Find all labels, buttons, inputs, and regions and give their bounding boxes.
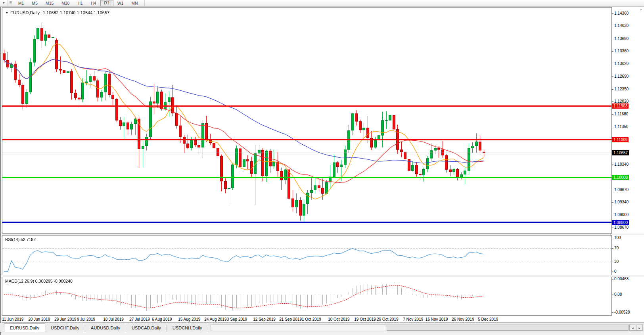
price-line-label: 1.08800 bbox=[612, 220, 629, 225]
macd-axis: 0.004630.00-0.00529 bbox=[612, 277, 644, 316]
price-tick: 1.12020 bbox=[614, 99, 629, 103]
date-tick-label: 10 Oct 2019 bbox=[328, 317, 349, 322]
date-tick-label: 20 Jun 2019 bbox=[28, 317, 50, 322]
timeframe-button-w1[interactable]: W1 bbox=[113, 0, 128, 6]
date-tick-label: 29 Oct 2019 bbox=[377, 317, 398, 322]
chart-tabs: EURUSD,DailyUSDCHF,DailyAUDUSD,DailyUSDC… bbox=[4, 324, 208, 332]
macd-tick: -0.00529 bbox=[614, 310, 630, 314]
price-tick: 1.11350 bbox=[614, 124, 628, 129]
rsi-tick: 30 bbox=[614, 259, 619, 264]
date-tick-label: 1 Oct 2019 bbox=[302, 317, 321, 322]
date-tick-label: 27 Jul 2019 bbox=[129, 317, 150, 322]
macd-tick: 0.00463 bbox=[614, 277, 629, 281]
timeframes-toolbar: ▼ M1M5M15M30H1H4D1W1MN bbox=[0, 0, 644, 7]
rsi-tick: 0 bbox=[614, 269, 617, 274]
date-tick-label: 19 Oct 2019 bbox=[354, 317, 376, 322]
chart-collapse-icon[interactable]: ▼ bbox=[6, 11, 8, 14]
scrollbar-thumb[interactable] bbox=[387, 325, 629, 331]
date-tick-label: 3 Sep 2019 bbox=[227, 317, 247, 322]
price-tick: 1.12350 bbox=[614, 87, 629, 91]
toolbar-grip-handle[interactable] bbox=[10, 1, 12, 6]
timeframe-button-d1[interactable]: D1 bbox=[100, 0, 113, 6]
date-tick-label: 26 Nov 2019 bbox=[452, 317, 474, 322]
price-tick: 1.12690 bbox=[614, 74, 629, 78]
price-axis: ▲ 1.143601.140301.136901.133601.130201.1… bbox=[612, 7, 644, 234]
dropdown-arrow-icon: ▼ bbox=[2, 2, 5, 4]
axis-scroll-arrow-icon[interactable]: ▲ bbox=[640, 8, 642, 11]
macd-indicator-pane[interactable]: MACD(12,26,9) 0.000295 -0.000240 bbox=[2, 277, 612, 316]
rsi-indicator-label: RSI(14) 52.7182 bbox=[5, 237, 36, 242]
date-tick-label: 24 Aug 2019 bbox=[204, 317, 226, 322]
macd-tick: 0.00 bbox=[614, 292, 622, 297]
date-tick-label: 6 Aug 2019 bbox=[152, 317, 172, 322]
date-tick-label: 9 Jul 2019 bbox=[77, 317, 95, 322]
price-chart-pane[interactable]: ▼EURUSD,Daily1.10682 1.10740 1.10544 1.1… bbox=[2, 7, 612, 234]
timeframe-button-h4[interactable]: H4 bbox=[87, 0, 100, 6]
price-tick: 1.11680 bbox=[614, 112, 628, 116]
candlestick-chart-canvas[interactable] bbox=[2, 8, 611, 233]
price-tick: 1.09670 bbox=[614, 188, 629, 192]
price-tick: 1.13020 bbox=[614, 61, 629, 66]
chart-header: ▼EURUSD,Daily1.10682 1.10740 1.10544 1.1… bbox=[6, 10, 109, 15]
date-tick-label: 11 Jun 2019 bbox=[2, 317, 23, 322]
price-tick: 1.09340 bbox=[614, 200, 629, 204]
chart-tab-bar: EURUSD,DailyUSDCHF,DailyAUDUSD,DailyUSDC… bbox=[0, 323, 644, 332]
date-tick-label: 16 Nov 2019 bbox=[426, 317, 448, 322]
chart-tab-audusd[interactable]: AUDUSD,Daily bbox=[85, 325, 126, 332]
price-tick: 1.14030 bbox=[614, 23, 629, 28]
price-tick: 1.09000 bbox=[614, 212, 629, 217]
date-axis: 11 Jun 201920 Jun 201929 Jun 20199 Jul 2… bbox=[2, 316, 644, 323]
macd-chart-canvas[interactable] bbox=[2, 277, 611, 315]
price-tick: 1.13360 bbox=[614, 49, 629, 53]
timeframe-buttons: M1M5M15M30H1H4D1W1MN bbox=[14, 0, 145, 6]
date-tick-label: 5 Dec 2019 bbox=[478, 317, 498, 322]
rsi-tick: 70 bbox=[614, 246, 619, 250]
price-line-label: 1.11009 bbox=[612, 137, 629, 142]
price-tick: 1.13690 bbox=[614, 36, 629, 41]
rsi-indicator-pane[interactable]: RSI(14) 52.7182 bbox=[2, 235, 612, 275]
price-line-label: 1.10008 bbox=[612, 175, 629, 180]
price-tick: 1.08670 bbox=[614, 225, 629, 230]
date-tick-label: 7 Nov 2019 bbox=[403, 317, 423, 322]
scrollbar-left-arrow[interactable]: ◄ bbox=[629, 325, 636, 331]
chart-tab-eurusd[interactable]: EURUSD,Daily bbox=[4, 324, 45, 332]
timeframe-button-m5[interactable]: M5 bbox=[28, 0, 42, 6]
rsi-axis: 10070300 bbox=[612, 235, 644, 275]
scrollbar-right-arrow[interactable]: ► bbox=[636, 325, 643, 331]
rsi-chart-canvas[interactable] bbox=[2, 235, 611, 275]
chart-list-dropdown-button[interactable]: ▼ bbox=[0, 0, 8, 6]
price-line-label: 1.10657 bbox=[612, 150, 629, 155]
timeframe-button-m1[interactable]: M1 bbox=[14, 0, 28, 6]
date-tick-label: 12 Sep 2019 bbox=[253, 317, 276, 322]
price-tick: 1.14360 bbox=[614, 11, 629, 15]
horizontal-scrollbar[interactable]: ◄ ► bbox=[211, 324, 643, 331]
price-line-label: 1.11903 bbox=[612, 103, 629, 109]
chart-tab-usdcad[interactable]: USDCAD,Daily bbox=[126, 325, 167, 332]
timeframe-button-h1[interactable]: H1 bbox=[74, 0, 87, 6]
chart-symbol-label: EURUSD,Daily bbox=[10, 10, 40, 15]
chart-ohlc-values: 1.10682 1.10740 1.10544 1.10657 bbox=[43, 10, 109, 15]
chart-tab-usdcnh[interactable]: USDCNH,Daily bbox=[167, 325, 208, 332]
rsi-tick: 100 bbox=[614, 235, 621, 240]
price-tick: 1.10340 bbox=[614, 162, 629, 167]
timeframe-button-m15[interactable]: M15 bbox=[42, 0, 58, 6]
macd-indicator-label: MACD(12,26,9) 0.000295 -0.000240 bbox=[5, 279, 73, 283]
chart-tab-usdchf[interactable]: USDCHF,Daily bbox=[45, 325, 85, 332]
timeframe-button-mn[interactable]: MN bbox=[128, 0, 142, 6]
date-tick-label: 15 Aug 2019 bbox=[178, 317, 200, 322]
mt4-window: ▼ M1M5M15M30H1H4D1W1MN ▼EURUSD,Daily1.10… bbox=[0, 0, 644, 335]
date-tick-label: 21 Sep 2019 bbox=[279, 317, 302, 322]
date-tick-label: 29 Jun 2019 bbox=[54, 317, 76, 322]
timeframe-button-m30[interactable]: M30 bbox=[58, 0, 73, 6]
date-tick-label: 18 Jul 2019 bbox=[103, 317, 124, 322]
